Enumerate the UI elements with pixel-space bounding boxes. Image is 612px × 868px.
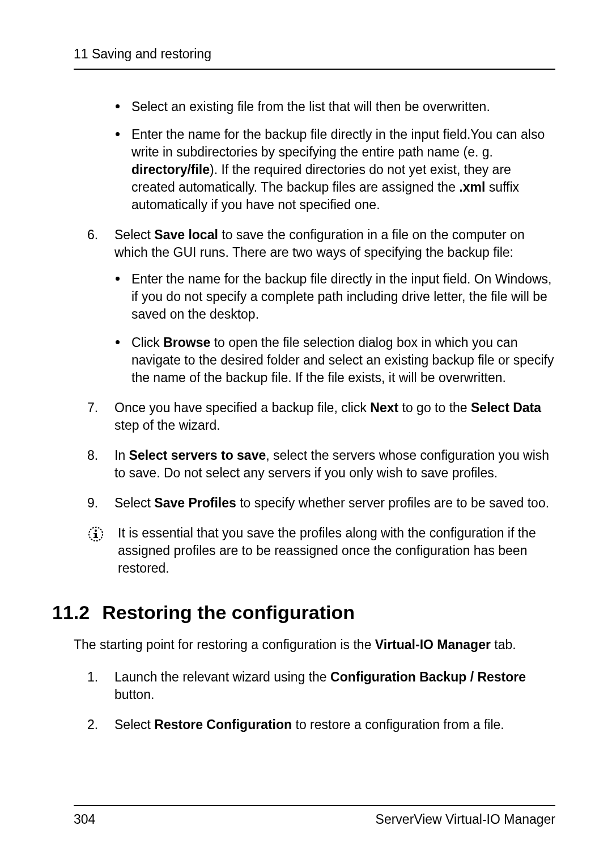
body-text: Once you have specified a backup file, c… [114, 400, 370, 415]
page-footer: 304 ServerView Virtual-IO Manager [74, 805, 555, 827]
page-content: Select an existing file from the list th… [52, 98, 555, 734]
step-8: In Select servers to save, select the se… [87, 447, 555, 482]
section-title: Restoring the configuration [102, 600, 355, 626]
body-text: to go to the [398, 400, 471, 415]
ordered-steps: Select Save local to save the configurat… [87, 226, 555, 512]
body-text: to specify whether server profiles are t… [236, 496, 549, 510]
section-intro: The starting point for restoring a confi… [74, 636, 555, 654]
body-text: Enter the name for the backup file direc… [131, 127, 545, 159]
running-header: 11 Saving and restoring [74, 46, 555, 62]
step-9: Select Save Profiles to specify whether … [87, 494, 555, 512]
bold-text: Browse [163, 335, 210, 350]
bold-text: Select Data [471, 400, 541, 415]
svg-rect-4 [94, 537, 98, 538]
bold-text: Restore Configuration [154, 717, 292, 732]
body-text: Click [131, 335, 163, 350]
header-rule [74, 69, 555, 70]
list-item: Click Browse to open the file selection … [114, 334, 555, 387]
sub-bullets: Enter the name for the backup file direc… [114, 270, 555, 386]
restore-step-2: Select Restore Configuration to restore … [87, 716, 555, 734]
info-icon [87, 526, 104, 543]
ordered-steps-restore: Launch the relevant wizard using the Con… [87, 668, 555, 734]
body-text: button. [114, 687, 154, 702]
body-text: Select [114, 717, 154, 732]
bold-text: directory/file [131, 162, 210, 177]
body-text: In [114, 448, 129, 463]
body-text: Launch the relevant wizard using the [114, 670, 330, 684]
bold-text: Select servers to save [129, 448, 266, 463]
body-text: The starting point for restoring a confi… [74, 637, 375, 652]
page-number: 304 [74, 812, 95, 827]
footer-rule [74, 805, 555, 806]
bold-text: .xml [459, 180, 485, 194]
product-name: ServerView Virtual-IO Manager [376, 812, 555, 827]
step-7: Once you have specified a backup file, c… [87, 399, 555, 434]
body-text: tab. [491, 637, 516, 652]
step-6: Select Save local to save the configurat… [87, 226, 555, 386]
bold-text: Next [370, 400, 398, 415]
svg-rect-3 [94, 533, 97, 534]
svg-point-1 [95, 530, 97, 532]
body-text: step of the wizard. [114, 418, 220, 433]
list-item: Select an existing file from the list th… [114, 98, 555, 116]
note-text: It is essential that you save the profil… [118, 524, 555, 577]
bullet-list-top: Select an existing file from the list th… [114, 98, 555, 214]
list-item: Enter the name for the backup file direc… [114, 126, 555, 214]
body-text: Select an existing file from the list th… [131, 99, 490, 114]
bold-text: Configuration Backup / Restore [330, 670, 526, 684]
body-text: Select [114, 227, 154, 242]
bold-text: Save Profiles [154, 496, 236, 510]
section-number: 11.2 [52, 600, 90, 626]
section-heading: 11.2 Restoring the configuration [52, 600, 555, 626]
body-text: Select [114, 496, 154, 510]
bold-text: Save local [154, 227, 218, 242]
info-note: It is essential that you save the profil… [87, 524, 555, 577]
body-text: Enter the name for the backup file direc… [131, 272, 552, 321]
restore-step-1: Launch the relevant wizard using the Con… [87, 668, 555, 704]
bold-text: Virtual-IO Manager [375, 637, 491, 652]
body-text: to restore a configuration from a file. [292, 717, 504, 732]
list-item: Enter the name for the backup file direc… [114, 270, 555, 323]
